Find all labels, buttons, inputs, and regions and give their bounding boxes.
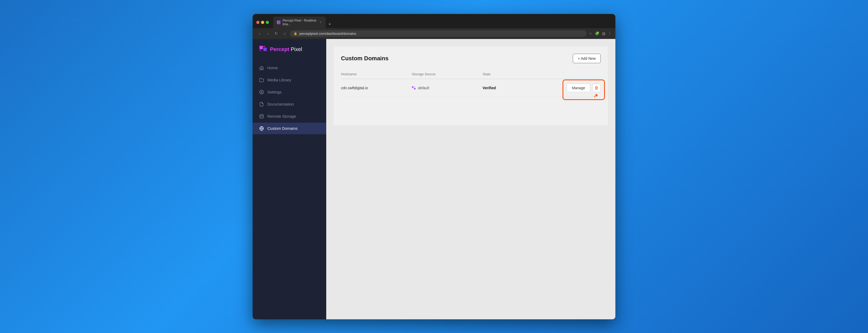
main-content: Custom Domains + Add New Hostname Storag… <box>326 39 615 319</box>
svg-rect-2 <box>264 48 267 51</box>
sidebar-logo: Percept Pixel <box>253 45 326 62</box>
sidebar-item-documentation[interactable]: Documentation <box>253 99 326 110</box>
reload-button[interactable]: ↻ <box>273 30 279 36</box>
bookmark-icon[interactable]: ☆ <box>589 31 592 35</box>
content-card: Custom Domains + Add New Hostname Storag… <box>334 46 608 125</box>
sidebar-item-settings-label: Settings <box>267 90 282 94</box>
manage-button[interactable]: Manage <box>567 84 590 92</box>
trash-icon <box>595 86 598 90</box>
browser-toolbar: ‹ › ↻ ⌂ 🔒 perceptpixel.com/dashboard/dom… <box>253 28 615 39</box>
svg-rect-8 <box>412 86 413 88</box>
sidebar-item-custom-domains-label: Custom Domains <box>267 126 298 131</box>
home-button[interactable]: ⌂ <box>282 30 288 36</box>
lock-icon: 🔒 <box>293 32 297 35</box>
tab-close-button[interactable]: × <box>319 21 322 24</box>
tab-favicon <box>277 21 280 24</box>
maximize-traffic-light[interactable] <box>266 21 269 24</box>
file-icon <box>259 102 264 107</box>
app-layout: Percept Pixel Home <box>253 39 615 319</box>
storage-source-icon <box>412 86 416 90</box>
add-new-button[interactable]: + Add New <box>573 54 601 63</box>
storage-source-cell: default <box>412 86 478 90</box>
sidebar-nav: Home Media Library <box>253 62 326 134</box>
sidebar-item-media-library[interactable]: Media Library <box>253 74 326 86</box>
svg-rect-0 <box>259 46 263 49</box>
sidebar-item-media-library-label: Media Library <box>267 78 291 82</box>
sidebar-item-home-label: Home <box>267 65 278 70</box>
arrow-indicator: ➜ <box>592 91 599 100</box>
hostname-column-header: Hostname <box>341 72 407 76</box>
globe-icon <box>259 126 264 131</box>
sidebar-item-remote-storage[interactable]: Remote Storage <box>253 111 326 122</box>
storage-source-value: default <box>418 86 429 90</box>
svg-rect-9 <box>414 88 415 89</box>
percept-pixel-logo-icon <box>259 45 267 54</box>
browser-window: Percept Pixel - Realtime Ima... × + ‹ › … <box>253 14 615 319</box>
tab-title: Percept Pixel - Realtime Ima... <box>283 19 317 26</box>
sidebar-item-custom-domains[interactable]: Custom Domains <box>253 123 326 134</box>
more-menu-icon[interactable]: ⋮ <box>608 31 612 35</box>
sidebar-item-documentation-label: Documentation <box>267 102 294 106</box>
actions-cell: Manage ➜ <box>553 84 601 92</box>
hostname-cell: cdn.swftdigital.io <box>341 86 407 90</box>
svg-rect-1 <box>264 46 265 47</box>
forward-button[interactable]: › <box>265 30 271 36</box>
url-text: perceptpixel.com/dashboard/domains <box>300 32 356 35</box>
storage-source-column-header: Storage Source <box>412 72 478 76</box>
active-tab[interactable]: Percept Pixel - Realtime Ima... × <box>273 17 326 28</box>
browser-titlebar: Percept Pixel - Realtime Ima... × + <box>253 14 615 28</box>
table-header-row: Hostname Storage Source State <box>341 70 601 79</box>
sidebar: Percept Pixel Home <box>253 39 326 319</box>
svg-rect-3 <box>259 50 261 51</box>
svg-rect-10 <box>414 86 415 87</box>
server-icon <box>259 114 264 119</box>
state-column-header: State <box>483 72 549 76</box>
card-header: Custom Domains + Add New <box>341 54 601 63</box>
delete-button[interactable] <box>592 84 601 92</box>
extensions-icon[interactable]: 🧩 <box>595 31 599 35</box>
browser-tabs: Percept Pixel - Realtime Ima... × + <box>273 17 583 28</box>
page-title: Custom Domains <box>341 55 389 62</box>
close-traffic-light[interactable] <box>256 21 259 24</box>
traffic-lights <box>256 21 269 24</box>
sidebar-item-home[interactable]: Home <box>253 62 326 74</box>
domains-table: Hostname Storage Source State cdn.swftdi… <box>341 70 601 97</box>
sidebar-item-settings[interactable]: Settings <box>253 86 326 98</box>
actions-column-header <box>553 72 601 76</box>
minimize-traffic-light[interactable] <box>261 21 264 24</box>
table-row: cdn.swftdigital.io default Verified <box>341 79 601 97</box>
folder-icon <box>259 77 264 83</box>
toolbar-actions: ☆ 🧩 ▤ ⋮ <box>589 31 612 35</box>
logo-text: Percept Pixel <box>270 46 302 52</box>
back-button[interactable]: ‹ <box>256 30 262 36</box>
state-cell: Verified <box>483 86 549 90</box>
sidebar-toggle-icon[interactable]: ▤ <box>602 31 606 35</box>
sidebar-item-remote-storage-label: Remote Storage <box>267 114 296 118</box>
home-icon <box>259 65 264 71</box>
new-tab-button[interactable]: + <box>326 21 334 28</box>
browser-chrome: Percept Pixel - Realtime Ima... × + ‹ › … <box>253 14 615 39</box>
svg-point-5 <box>260 114 264 116</box>
svg-point-4 <box>261 91 262 93</box>
actions-highlight-box: Manage ➜ <box>567 84 601 92</box>
gear-icon <box>259 89 264 95</box>
address-bar[interactable]: 🔒 perceptpixel.com/dashboard/domains <box>290 30 587 37</box>
